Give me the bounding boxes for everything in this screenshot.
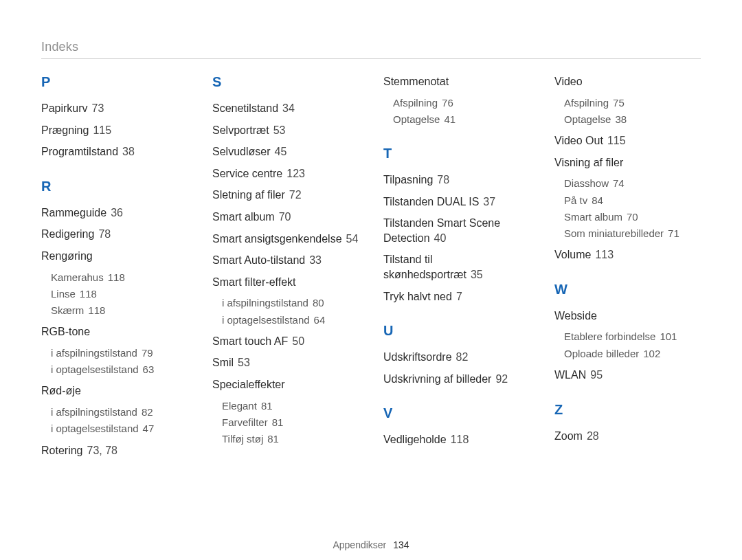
index-term: Programtilstand xyxy=(41,146,118,157)
index-term: Zoom xyxy=(554,430,583,442)
index-term: Service centre xyxy=(212,168,282,179)
index-entry: Smil53 xyxy=(212,355,359,370)
index-subpage-ref: 76 xyxy=(438,97,453,109)
index-column: SScenetilstand34Selvportræt53Selvudløser… xyxy=(212,74,359,514)
index-subterm: Kamerahus xyxy=(51,271,104,283)
index-entry: Stemmenotat xyxy=(383,74,530,89)
index-term: Udskrivning af billeder xyxy=(383,373,491,385)
index-subterm: Afspilning xyxy=(393,97,438,109)
index-term: Specialeffekter xyxy=(212,379,285,390)
index-entry: Smart album70 xyxy=(212,210,359,225)
index-entry: Sletning af filer72 xyxy=(212,188,359,203)
index-subentry: Elegant81 xyxy=(222,399,359,413)
index-page-ref: 115 xyxy=(89,124,111,136)
index-subentry: Tilføj støj81 xyxy=(222,432,359,446)
index-page-ref: 73 xyxy=(88,102,104,114)
index-subentry: Som miniaturebilleder71 xyxy=(564,227,701,240)
index-columns: PPapirkurv73Prægning115Programtilstand38… xyxy=(41,74,701,514)
index-subterm: i afspilningstilstand xyxy=(51,347,137,359)
index-entry: Programtilstand38 xyxy=(41,144,188,159)
index-entry: Smart touch AF50 xyxy=(212,334,359,349)
index-subentry: i afspilningstilstand80 xyxy=(222,296,359,310)
index-subpage-ref: 82 xyxy=(137,406,153,418)
index-term: Tilstanden DUAL IS xyxy=(383,196,479,208)
index-term: Selvudløser xyxy=(212,146,270,157)
index-page-ref: 73, 78 xyxy=(82,445,117,456)
index-page-ref: 28 xyxy=(583,430,599,442)
index-page-ref: 123 xyxy=(282,168,305,179)
index-term: Webside xyxy=(554,310,597,322)
footer-page-number: 134 xyxy=(389,539,409,550)
index-page-ref: 34 xyxy=(278,102,295,114)
index-subterm: i optagelsestilstand xyxy=(51,423,139,434)
index-entry: Rengøring xyxy=(41,249,188,264)
index-page-ref: 53 xyxy=(234,357,250,368)
index-entry: Specialeffekter xyxy=(212,377,359,392)
index-subpage-ref: 118 xyxy=(76,288,97,300)
index-subentry: Etablere forbindelse101 xyxy=(564,330,701,344)
index-term: Rammeguide xyxy=(41,207,106,219)
index-subpage-ref: 70 xyxy=(622,211,638,223)
index-subpage-ref: 81 xyxy=(268,416,284,428)
index-letter: P xyxy=(41,74,188,90)
index-page-ref: 113 xyxy=(591,249,614,260)
index-entry: Tilstanden Smart Scene Detection40 xyxy=(383,216,530,245)
header-rule xyxy=(41,58,701,59)
index-subpage-ref: 64 xyxy=(310,314,326,326)
index-subentry: Optagelse41 xyxy=(393,113,530,126)
index-entry: Tilpasning78 xyxy=(383,172,530,188)
index-entry: Rammeguide36 xyxy=(41,205,188,221)
index-letter: W xyxy=(554,282,701,298)
index-entry: Rød-øje xyxy=(41,383,188,399)
index-entry: Udskriftsordre82 xyxy=(383,350,530,365)
index-entry: Rotering73, 78 xyxy=(41,443,188,458)
index-page-ref: 95 xyxy=(586,369,603,381)
index-entry: Webside xyxy=(554,309,701,324)
index-term: Papirkurv xyxy=(41,102,88,114)
index-subterm: På tv xyxy=(564,194,587,206)
index-subterm: Oploade billeder xyxy=(564,348,639,359)
index-column: VideoAfspilning75Optagelse38Video Out115… xyxy=(554,74,701,514)
index-term: Visning af filer xyxy=(554,157,623,168)
index-subentry: Kamerahus118 xyxy=(51,271,188,284)
index-subentry: Farvefilter81 xyxy=(222,416,359,429)
index-entry: Scenetilstand34 xyxy=(212,101,359,116)
index-page-ref: 38 xyxy=(118,146,135,157)
index-subentry: På tv84 xyxy=(564,194,701,208)
index-subpage-ref: 41 xyxy=(440,113,456,125)
index-entry: Vedligeholde118 xyxy=(383,432,530,447)
index-term: Smart album xyxy=(212,211,275,223)
index-letter: T xyxy=(383,146,530,161)
index-subpage-ref: 81 xyxy=(257,400,273,412)
index-subentry: Afspilning76 xyxy=(393,96,530,110)
index-subpage-ref: 38 xyxy=(611,113,627,125)
index-entry: Tryk halvt ned7 xyxy=(383,289,530,304)
index-entry: Redigering78 xyxy=(41,227,188,242)
page-header: Indeks xyxy=(41,40,701,54)
index-page-ref: 33 xyxy=(305,254,322,266)
index-term: Rød-øje xyxy=(41,385,81,396)
index-page-ref: 37 xyxy=(479,196,495,208)
index-subterm: Skærm xyxy=(51,304,84,316)
index-page-ref: 45 xyxy=(270,146,286,157)
index-subentry: i afspilningstilstand79 xyxy=(51,346,188,360)
index-entry: Zoom28 xyxy=(554,429,701,444)
index-subpage-ref: 102 xyxy=(639,348,660,359)
index-column: PPapirkurv73Prægning115Programtilstand38… xyxy=(41,74,188,514)
index-entry: Selvportræt53 xyxy=(212,123,359,138)
index-subentry: Skærm118 xyxy=(51,304,188,317)
index-entry: Smart ansigtsgenkendelse54 xyxy=(212,232,359,247)
index-page-ref: 82 xyxy=(452,351,469,363)
index-subterm: Elegant xyxy=(222,400,257,412)
index-entry: Udskrivning af billeder92 xyxy=(383,372,530,387)
index-entry: Video Out115 xyxy=(554,133,701,148)
index-subterm: Optagelse xyxy=(393,113,440,125)
index-subpage-ref: 84 xyxy=(587,194,603,206)
index-subpage-ref: 75 xyxy=(609,97,625,109)
index-term: Udskriftsordre xyxy=(383,351,452,363)
index-letter: Z xyxy=(554,402,701,418)
index-letter: V xyxy=(383,405,530,421)
index-term: Stemmenotat xyxy=(383,76,449,87)
index-subterm: Som miniaturebilleder xyxy=(564,227,664,239)
index-page-ref: 54 xyxy=(342,233,359,245)
